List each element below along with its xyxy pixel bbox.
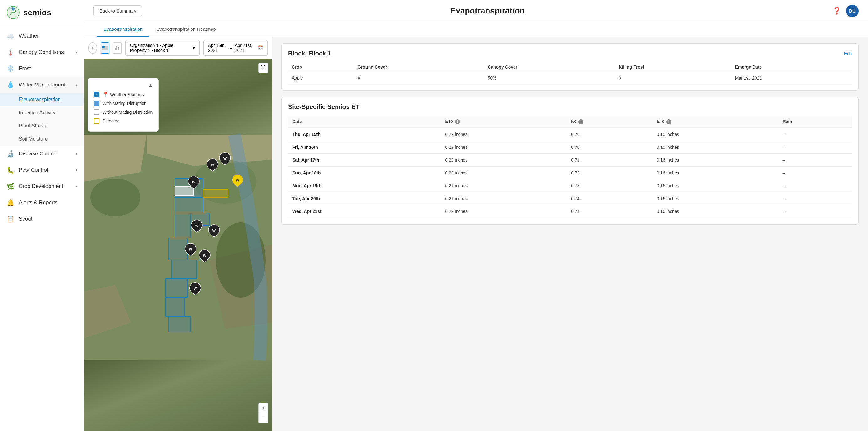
ground-cover-cell: X [354, 72, 484, 84]
satellite-map[interactable]: W W W W [84, 59, 272, 431]
sidebar-item-canopy[interactable]: 🌡️ Canopy Conditions ▾ [0, 44, 84, 61]
sidebar-item-crop[interactable]: 🌿 Crop Development ▾ [0, 178, 84, 195]
logo: semios [0, 0, 84, 25]
legend-item-selected: Selected [94, 118, 153, 124]
et-date-cell: Fri, Apr 16th [288, 141, 441, 154]
sidebar-item-water[interactable]: 💧 Water Management ▴ [0, 77, 84, 93]
chart-icon [114, 46, 120, 50]
et-col-rain: Rain [778, 115, 852, 128]
et-rain-cell: – [778, 205, 852, 218]
tab-evapotranspiration[interactable]: Evapotranspiration [96, 22, 150, 37]
et-kc-cell: 0.74 [566, 192, 652, 205]
sidebar-item-label: Water Management [19, 82, 71, 88]
et-table-row: Sat, Apr 17th 0.22 inches 0.71 0.16 inch… [288, 154, 852, 167]
svg-rect-25 [165, 279, 187, 298]
help-icon[interactable]: ❓ [833, 7, 841, 15]
disease-icon: 🔬 [6, 150, 14, 158]
map-back-button[interactable]: ‹ [88, 42, 97, 54]
zoom-in-button[interactable]: + [258, 403, 268, 413]
avatar[interactable]: DU [846, 5, 859, 17]
sidebar-item-plant-stress[interactable]: Plant Stress [0, 119, 84, 132]
sidebar-item-frost[interactable]: ❄️ Frost [0, 61, 84, 77]
eto-info-icon[interactable]: i [455, 119, 460, 124]
map-zoom-controls: + − [258, 403, 268, 423]
logo-text: semios [23, 8, 52, 18]
tab-bar: Evapotranspiration Evapotranspiration He… [84, 22, 868, 37]
et-col-kc: Kc i [566, 115, 652, 128]
selected-checkbox[interactable] [94, 118, 99, 124]
block-info-card: Block: Block 1 Edit Crop Ground Cover Ca… [281, 43, 859, 91]
legend-collapse-button[interactable]: ▲ [148, 83, 153, 88]
et-etc-cell: 0.15 inches [652, 128, 778, 141]
chevron-down-icon: ▾ [75, 184, 78, 189]
chart-view-button[interactable] [113, 42, 122, 54]
map-view-button[interactable] [101, 42, 109, 54]
et-rain-cell: – [778, 167, 852, 179]
svg-rect-7 [116, 46, 117, 50]
without-mating-checkbox[interactable] [94, 109, 99, 115]
block-table: Crop Ground Cover Canopy Cover Killing F… [288, 62, 852, 84]
chevron-down-icon: ▾ [75, 152, 78, 156]
etc-info-icon[interactable]: i [666, 119, 671, 124]
col-header-killing-frost: Killing Frost [615, 62, 731, 72]
fullscreen-button[interactable]: ⛶ [258, 63, 268, 73]
et-kc-cell: 0.70 [566, 128, 652, 141]
sidebar-item-label: Frost [19, 65, 78, 72]
et-kc-cell: 0.71 [566, 154, 652, 167]
sidebar-item-irrigation[interactable]: Irrigation Activity [0, 106, 84, 119]
date-range-picker[interactable]: Apr 15th, 2021 – Apr 21st, 2021 📅 [204, 40, 268, 56]
content-area: ‹ [84, 37, 868, 431]
canopy-icon: 🌡️ [6, 48, 14, 56]
et-date-cell: Sat, Apr 17th [288, 154, 441, 167]
topbar-actions: ❓ DU [833, 5, 859, 17]
map-legend: ▲ ✓ 📍 Weather Stations With Mating Disru… [88, 78, 159, 132]
zoom-out-button[interactable]: − [258, 413, 268, 423]
svg-text:W: W [192, 180, 195, 184]
et-rain-cell: – [778, 128, 852, 141]
sidebar-item-pest[interactable]: 🐛 Pest Control ▾ [0, 162, 84, 178]
svg-rect-28 [175, 186, 194, 196]
et-table-row: Mon, Apr 19th 0.21 inches 0.73 0.16 inch… [288, 179, 852, 192]
legend-header: ▲ [94, 83, 153, 88]
et-eto-cell: 0.22 inches [441, 205, 566, 218]
svg-text:W: W [189, 247, 192, 251]
sidebar-item-label: Weather [19, 33, 78, 39]
block-title: Block: Block 1 [288, 50, 331, 57]
sidebar-item-alerts[interactable]: 🔔 Alerts & Reports [0, 195, 84, 211]
et-kc-cell: 0.73 [566, 179, 652, 192]
sidebar-item-weather[interactable]: ☁️ Weather [0, 28, 84, 44]
with-mating-checkbox[interactable] [94, 101, 99, 106]
et-eto-cell: 0.21 inches [441, 179, 566, 192]
et-etc-cell: 0.16 inches [652, 179, 778, 192]
svg-text:W: W [223, 157, 227, 160]
sidebar-item-evapotranspiration[interactable]: Evapotranspiration [0, 93, 84, 106]
water-icon: 💧 [6, 81, 14, 89]
canopy-cover-cell: 50% [484, 72, 615, 84]
sidebar-item-label: Alerts & Reports [19, 200, 78, 206]
weather-stations-checkbox[interactable]: ✓ [94, 92, 99, 97]
svg-rect-24 [172, 260, 197, 279]
pest-icon: 🐛 [6, 166, 14, 174]
et-table-row: Fri, Apr 16th 0.22 inches 0.70 0.15 inch… [288, 141, 852, 154]
back-to-summary-button[interactable]: Back to Summary [93, 5, 142, 16]
et-table: Date ETo i Kc i ETc [288, 115, 852, 218]
col-header-ground-cover: Ground Cover [354, 62, 484, 72]
et-etc-cell: 0.16 inches [652, 154, 778, 167]
et-eto-cell: 0.21 inches [441, 192, 566, 205]
et-etc-cell: 0.16 inches [652, 192, 778, 205]
et-rain-cell: – [778, 179, 852, 192]
et-kc-cell: 0.70 [566, 141, 652, 154]
kc-info-icon[interactable]: i [579, 119, 584, 124]
sidebar-item-soil-moisture[interactable]: Soil Moisture [0, 132, 84, 146]
svg-rect-20 [175, 197, 203, 213]
sidebar-item-scout[interactable]: 📋 Scout [0, 211, 84, 227]
et-date-cell: Wed, Apr 21st [288, 205, 441, 218]
location-select[interactable]: Organization 1 - Apple Property 1 - Bloc… [125, 40, 199, 56]
sidebar-item-disease[interactable]: 🔬 Disease Control ▾ [0, 146, 84, 162]
edit-link[interactable]: Edit [844, 51, 852, 56]
weather-icon: ☁️ [6, 32, 14, 40]
tab-heatmap[interactable]: Evapotranspiration Heatmap [150, 22, 223, 37]
col-header-crop: Crop [288, 62, 354, 72]
svg-rect-4 [102, 48, 105, 50]
svg-text:W: W [194, 287, 197, 290]
